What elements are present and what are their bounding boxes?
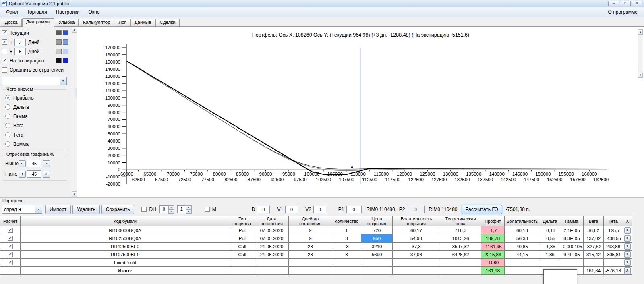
code-cell[interactable]: FixedProfit bbox=[21, 259, 230, 267]
plus3-color-swatch-2[interactable] bbox=[63, 39, 68, 45]
column-header[interactable]: Дельта bbox=[540, 216, 560, 226]
code-cell[interactable]: RI100000BQ0A bbox=[21, 226, 230, 234]
column-header[interactable]: Дата погашения bbox=[255, 216, 289, 226]
radio-theta[interactable] bbox=[5, 132, 10, 137]
spin-down-icon[interactable]: ▼ bbox=[186, 209, 192, 214]
quantity-cell[interactable]: -3 bbox=[332, 243, 361, 251]
plus5-checkbox[interactable] bbox=[2, 49, 7, 54]
scrollbar-thumb[interactable] bbox=[72, 88, 77, 97]
v1-input[interactable] bbox=[285, 206, 298, 213]
code-cell[interactable]: RI107500BE0 bbox=[21, 251, 230, 259]
delete-row-button[interactable]: X bbox=[624, 235, 631, 242]
row-calc-checkbox[interactable] bbox=[8, 252, 13, 257]
dh-spinner-2-input[interactable] bbox=[177, 205, 186, 213]
d-input[interactable] bbox=[257, 206, 270, 213]
portfolio-combobox[interactable]: спрэд н ▼ bbox=[2, 205, 42, 214]
scroll-up-icon[interactable]: ▲ bbox=[72, 27, 77, 33]
tab-trades[interactable]: Сделки bbox=[155, 19, 179, 26]
chart-scrollbar[interactable]: ▲ ▼ bbox=[638, 29, 643, 78]
column-header[interactable]: Дней до погашения bbox=[289, 216, 332, 226]
menu-file[interactable]: Файл bbox=[2, 8, 23, 17]
tab-smile[interactable]: Улыбка bbox=[55, 19, 79, 26]
plus3-checkbox[interactable] bbox=[2, 39, 7, 45]
tab-data[interactable]: Данные bbox=[130, 19, 155, 26]
column-header[interactable]: Цена открытия bbox=[361, 216, 393, 226]
quantity-cell[interactable]: 3 bbox=[332, 251, 361, 259]
code-cell[interactable]: RI102500BQ0A bbox=[21, 234, 230, 243]
plus5-days-input[interactable] bbox=[14, 48, 26, 55]
column-header[interactable]: Гамма bbox=[560, 216, 584, 226]
scroll-up-icon[interactable]: ▲ bbox=[638, 29, 643, 35]
radio-vomma[interactable] bbox=[5, 141, 10, 147]
column-header[interactable]: Расчет bbox=[0, 216, 21, 226]
open-price-cell[interactable]: 950 bbox=[361, 234, 393, 243]
column-header[interactable]: Тета bbox=[604, 216, 623, 226]
quantity-cell[interactable] bbox=[332, 259, 361, 267]
menu-about[interactable]: О программе bbox=[603, 8, 642, 17]
v2-input[interactable] bbox=[313, 206, 326, 213]
quantity-cell[interactable]: 3 bbox=[332, 234, 361, 243]
menu-trade[interactable]: Торговля bbox=[23, 8, 52, 17]
p1-input[interactable] bbox=[346, 206, 362, 213]
dh-spinner-2[interactable]: ▲▼ bbox=[177, 205, 192, 214]
chevron-down-icon[interactable]: ▼ bbox=[35, 205, 42, 213]
tab-diagram[interactable]: Диаграмма bbox=[22, 18, 54, 27]
strategy-combobox[interactable]: ▼ bbox=[2, 77, 67, 85]
column-header[interactable]: Код бумаги bbox=[21, 216, 230, 226]
column-header[interactable]: Вега bbox=[584, 216, 604, 226]
column-header[interactable]: Волатильность открытия bbox=[393, 216, 440, 226]
quantity-cell[interactable] bbox=[332, 267, 361, 275]
code-cell[interactable]: Итого: bbox=[21, 267, 230, 275]
close-button[interactable]: ✕ bbox=[632, 1, 642, 6]
current-color-swatch-2[interactable] bbox=[63, 30, 68, 35]
delete-button[interactable]: Удалить bbox=[72, 205, 100, 214]
radio-gamma[interactable] bbox=[5, 114, 10, 119]
expiration-color-swatch-2[interactable] bbox=[63, 58, 68, 63]
compare-strategy-checkbox[interactable] bbox=[2, 67, 7, 73]
column-header[interactable]: X bbox=[623, 216, 632, 226]
plus5-color-swatch-1[interactable] bbox=[56, 49, 62, 54]
spin-up-icon[interactable]: ▲ bbox=[186, 205, 192, 209]
radio-profit[interactable] bbox=[5, 95, 10, 100]
chevron-down-icon[interactable]: ▼ bbox=[60, 77, 66, 85]
open-price-cell[interactable]: 720 bbox=[361, 226, 393, 234]
m-checkbox[interactable] bbox=[205, 207, 210, 212]
render-below-input[interactable] bbox=[27, 170, 41, 178]
plus3-days-input[interactable] bbox=[14, 39, 26, 46]
dh-spinner-1[interactable]: ▲▼ bbox=[159, 205, 174, 214]
save-button[interactable]: Сохранить bbox=[101, 205, 135, 214]
spin-down-icon[interactable]: ▼ bbox=[168, 209, 174, 214]
tab-log[interactable]: Лог bbox=[115, 19, 130, 26]
row-calc-checkbox[interactable] bbox=[8, 228, 13, 233]
column-header[interactable]: Тип опциона bbox=[230, 216, 255, 226]
expiration-color-swatch-1[interactable] bbox=[56, 58, 62, 63]
render-below-increase-button[interactable]: > bbox=[43, 171, 50, 178]
maximize-button[interactable]: □ bbox=[620, 1, 631, 6]
spin-up-icon[interactable]: ▲ bbox=[168, 205, 174, 209]
delete-row-button[interactable]: X bbox=[624, 267, 631, 274]
menu-settings[interactable]: Настройки bbox=[52, 8, 84, 17]
delete-row-button[interactable]: X bbox=[624, 259, 631, 266]
expiration-checkbox[interactable] bbox=[2, 58, 7, 63]
quantity-cell[interactable]: 1 bbox=[332, 226, 361, 234]
delete-row-button[interactable]: X bbox=[624, 243, 631, 250]
plus3-color-swatch-1[interactable] bbox=[56, 39, 62, 45]
chart-area[interactable]: Портфель: Ось X: 108260 Ось Y: (Текущий … bbox=[77, 27, 644, 197]
dh-checkbox[interactable] bbox=[141, 207, 147, 212]
tab-board[interactable]: Доска bbox=[1, 19, 22, 26]
delete-row-button[interactable]: X bbox=[624, 251, 631, 258]
radio-delta[interactable] bbox=[5, 104, 10, 110]
render-above-input[interactable] bbox=[27, 160, 41, 167]
panel-scrollbar[interactable]: ▲ ▼ bbox=[71, 27, 77, 197]
row-calc-checkbox[interactable] bbox=[8, 260, 13, 265]
tab-calculator[interactable]: Калькулятор bbox=[79, 19, 114, 26]
import-button[interactable]: Импорт bbox=[45, 205, 71, 214]
open-price-cell[interactable]: 3210 bbox=[361, 243, 393, 251]
delete-row-button[interactable]: X bbox=[624, 227, 631, 234]
dh-spinner-1-input[interactable] bbox=[159, 205, 168, 213]
open-price-cell[interactable] bbox=[361, 259, 393, 267]
row-calc-checkbox[interactable] bbox=[8, 244, 13, 249]
current-color-swatch-1[interactable] bbox=[56, 30, 62, 35]
column-header[interactable]: Теоретическая цена bbox=[440, 216, 481, 226]
profit-chart[interactable]: 1700001600001500001400001300001200001100… bbox=[77, 38, 644, 197]
